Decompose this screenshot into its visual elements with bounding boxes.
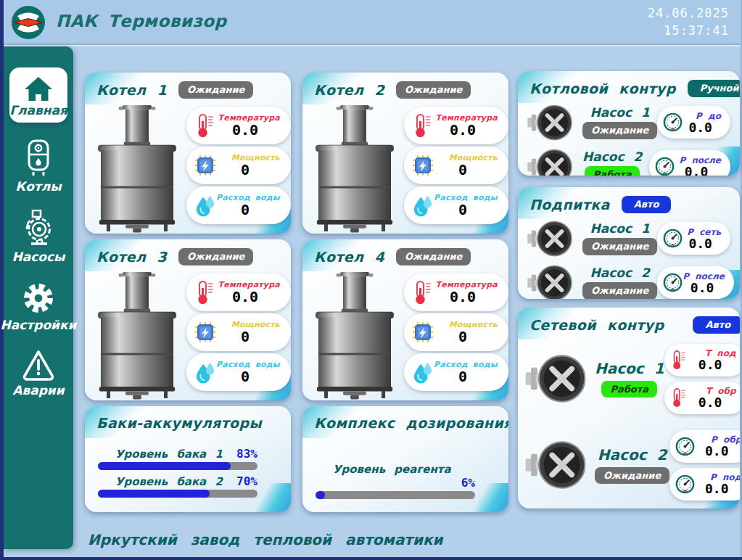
pump-icon [22,210,54,247]
dosing-title: Комплекс дозирования [314,415,508,431]
water-flow-value: 0 [241,369,250,384]
pump-status-badge: Ожидание [595,467,669,485]
boiler-illustration [313,103,397,234]
pressure-indicator: Р до 0.0 [657,106,730,139]
gear-icon [21,281,56,316]
temperature-value: 0.0 [232,289,258,305]
dosing-card: Комплекс дозирования Уровень реагента 6% [302,406,508,512]
warning-triangle-icon [21,349,56,381]
sidebar-item-settings[interactable]: Настройки [1,281,77,332]
boiler-title: Котел 4 [314,249,384,265]
power-value: 0 [241,162,250,178]
water-drops-icon [194,360,216,384]
sidebar-item-label: Настройки [1,318,77,332]
water-drops-icon [194,193,216,218]
water-flow-value: 0 [241,202,250,218]
pressure-indicator: Р после 0.0 [657,266,734,299]
screen-background: ПАК Термовизор 24.06.2025 15:37:41 Главн… [4,0,742,557]
gauge-value: 0.0 [688,121,712,134]
pump-icon [527,264,572,299]
reagent-level-fill [316,491,325,499]
tanks-card: Баки-аккумуляторы Уровень бака 1 83% Уро… [85,406,291,512]
boiler-illustration [95,103,179,234]
mode-badge[interactable]: Авто [622,196,672,213]
network-circuit-card: Сетевой контур Авто Насос 1 Работа Т под… [518,308,740,508]
gauge-value: 0.0 [688,237,712,250]
pressure-gauge-icon [663,273,683,292]
pump-icon [527,104,572,141]
sidebar-item-pumps[interactable]: Насосы [12,210,65,264]
pump-status-badge: Работа [585,166,640,176]
hmi-root: ПАК Термовизор 24.06.2025 15:37:41 Главн… [0,0,742,560]
tank-level-percent: 83% [236,447,257,461]
makeup-title: Подпитка [529,197,610,213]
pump-status-badge: Ожидание [582,122,657,139]
temperature-indicator: Температура 0.0 [186,273,291,311]
sidebar-item-home[interactable]: Главная [9,67,67,123]
boiler-illustration [95,270,179,400]
power-value: 0 [458,329,467,345]
boiler-title: Котел 1 [96,82,167,98]
reagent-level-bar [316,491,475,499]
thermometer-icon [194,113,216,138]
tanks-title: Баки-аккумуляторы [96,415,262,431]
indicator-label: Мощность [231,320,280,329]
tank-level-percent: 70% [236,474,257,488]
chip-lightning-icon [194,153,216,178]
boiler-4-card: Котел 4 Ожидание Температура 0.0 [302,239,508,400]
gauge-value: 0.0 [705,482,729,495]
power-indicator: Мощность 0 [404,147,508,184]
tank-level-label: Уровень бака 2 [98,475,223,488]
pump-row: Насос 1 Работа Т под 0.0 Т обр [518,344,740,414]
network-circuit-title: Сетевой контур [529,317,664,333]
thermometer-icon [412,113,434,138]
tank-level-bar [98,462,257,470]
boiler-title: Котел 3 [96,249,167,265]
power-indicator: Мощность 0 [404,313,508,351]
sidebar-item-boilers[interactable]: Котлы [15,139,61,194]
thermometer-icon [194,280,216,305]
power-indicator: Мощность 0 [186,313,291,351]
boiler-status-badge: Ожидание [178,248,253,265]
indicator-label: Мощность [449,153,498,162]
pump-status-badge: Работа [601,381,657,398]
water-flow-indicator: Расход воды 0 [404,186,508,224]
date-value: 24.06.2025 [648,5,729,22]
boiler-1-card: Котел 1 Ожидание Температура 0.0 [85,73,291,234]
chip-lightning-icon [412,320,434,345]
pump-icon [527,220,572,258]
water-flow-indicator: Расход воды 0 [186,186,291,224]
pressure-indicator: Р сеть 0.0 [657,222,730,255]
pump-row: Насос 2 Работа Р после 0.0 [518,148,740,176]
pump-name: Насос 2 [598,446,667,464]
pump-row: Насос 2 Ожидание Р обр 0.0 Р под [518,430,740,501]
sidebar-item-label: Насосы [12,250,65,264]
brand-logo-icon [11,5,46,40]
boiler-icon [24,139,53,177]
water-flow-indicator: Расход воды 0 [404,353,508,391]
pressure-gauge-icon [675,474,695,494]
pressure-indicator: Р после 0.0 [649,150,730,176]
reagent-level-label: Уровень реагента [316,463,451,476]
pressure-indicator: Р под 0.0 [669,468,740,501]
water-flow-indicator: Расход воды 0 [186,353,291,391]
water-flow-value: 0 [458,202,467,218]
thermometer-icon [670,387,688,408]
mode-badge[interactable]: Ручной [688,80,740,97]
pump-status-badge: Ожидание [582,282,657,299]
chip-lightning-icon [412,153,434,178]
gauge-value: 0.0 [685,165,709,176]
sidebar-item-alarms[interactable]: Аварии [12,349,64,398]
thermometer-icon [412,280,434,305]
mode-badge[interactable]: Авто [693,316,740,334]
boiler-title: Котел 2 [314,82,384,98]
sidebar-item-label: Аварии [12,384,64,398]
temperature-value: 0.0 [450,123,476,138]
pump-icon [525,353,586,404]
power-indicator: Мощность 0 [186,147,291,184]
temperature-indicator: Температура 0.0 [404,107,508,144]
chip-lightning-icon [194,320,216,345]
gauge-value: 0.0 [691,281,714,295]
power-value: 0 [458,162,467,178]
home-icon [23,75,54,104]
